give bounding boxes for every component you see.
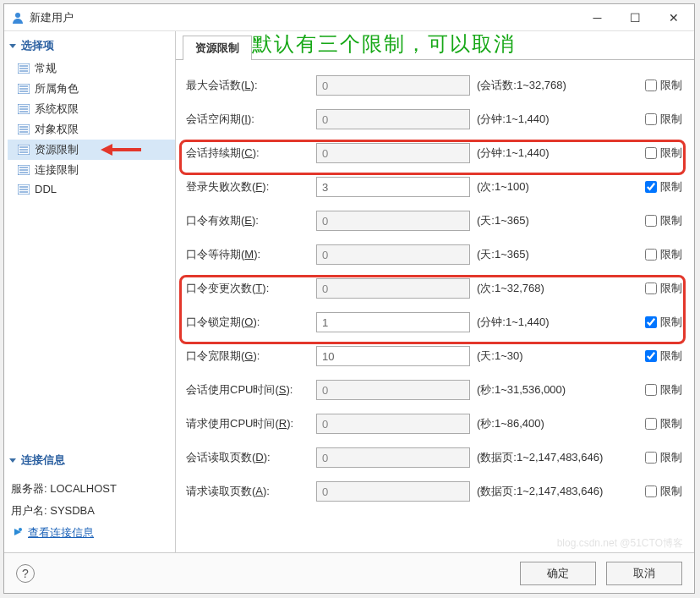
limit-checkbox-label: 限制 — [660, 315, 682, 330]
form-row-3: 登录失败次数(F):(次:1~100)限制 — [183, 170, 687, 204]
field-hint: (天:1~365) — [470, 213, 645, 228]
limit-checkbox-label: 限制 — [660, 484, 682, 499]
limit-checkbox-input[interactable] — [645, 215, 657, 227]
form-row-11: 会话读取页数(D):(数据页:1~2,147,483,646)限制 — [183, 441, 687, 475]
limit-checkbox[interactable]: 限制 — [645, 247, 687, 262]
limit-checkbox-input[interactable] — [645, 113, 657, 125]
field-hint: (数据页:1~2,147,483,646) — [470, 484, 645, 499]
maximize-button[interactable]: ☐ — [616, 5, 654, 30]
list-icon — [18, 104, 30, 114]
limit-checkbox[interactable]: 限制 — [645, 348, 687, 364]
field-input-o[interactable] — [316, 312, 470, 332]
field-label: 口令锁定期(O): — [183, 315, 316, 330]
main-panel: 默认有三个限制，可以取消 资源限制 最大会话数(L):(会话数:1~32,768… — [176, 31, 694, 552]
conn-server: 服务器: LOCALHOST — [11, 478, 168, 500]
limit-checkbox[interactable]: 限制 — [645, 179, 687, 195]
sidebar-select-label: 选择项 — [21, 38, 54, 53]
field-input-d — [316, 447, 470, 468]
limit-checkbox[interactable]: 限制 — [645, 416, 687, 431]
svg-marker-22 — [101, 144, 112, 156]
ok-button[interactable]: 确定 — [520, 562, 596, 585]
cancel-button[interactable]: 取消 — [606, 562, 682, 585]
sidebar-conn-header[interactable]: 连接信息 — [4, 449, 175, 473]
field-input-c — [316, 143, 470, 163]
limit-checkbox-input[interactable] — [645, 452, 657, 464]
limit-checkbox-input[interactable] — [645, 486, 657, 497]
limit-checkbox[interactable]: 限制 — [645, 281, 687, 296]
field-label: 口令等待期(M): — [183, 247, 316, 262]
form-row-9: 会话使用CPU时间(S):(秒:1~31,536,000)限制 — [183, 373, 687, 407]
field-input-r — [316, 414, 470, 434]
field-input-m — [316, 244, 470, 265]
sidebar: 选择项 常规所属角色系统权限对象权限资源限制连接限制DDL 连接信息 服务器: … — [4, 31, 176, 552]
limit-checkbox[interactable]: 限制 — [645, 145, 687, 161]
field-label: 会话空闲期(I): — [183, 112, 316, 127]
field-input-t — [316, 278, 470, 299]
limit-checkbox-input[interactable] — [645, 181, 657, 193]
sidebar-item-4[interactable]: 资源限制 — [8, 140, 175, 160]
conn-info: 服务器: LOCALHOST 用户名: SYSDBA 查看连接信息 — [4, 473, 175, 549]
conn-view-link[interactable]: 查看连接信息 — [11, 522, 168, 544]
limit-checkbox-input[interactable] — [645, 283, 657, 294]
limit-checkbox-input[interactable] — [645, 384, 657, 396]
limit-checkbox[interactable]: 限制 — [645, 213, 687, 228]
footer: ? 确定 取消 — [4, 552, 694, 593]
field-input-f[interactable] — [316, 177, 470, 197]
sidebar-select-header[interactable]: 选择项 — [4, 35, 175, 58]
form-row-10: 请求使用CPU时间(R):(秒:1~86,400)限制 — [183, 407, 687, 441]
field-input-l — [316, 75, 470, 96]
minimize-button[interactable]: ─ — [578, 5, 616, 30]
form-area: 最大会话数(L):(会话数:1~32,768)限制会话空闲期(I):(分钟:1~… — [176, 60, 694, 552]
limit-checkbox-input[interactable] — [645, 249, 657, 261]
svg-point-0 — [15, 13, 20, 18]
form-row-2: 会话持续期(C):(分钟:1~1,440)限制 — [183, 136, 687, 170]
limit-checkbox-label: 限制 — [660, 145, 682, 161]
close-button[interactable]: ✕ — [654, 5, 692, 30]
field-label: 登录失败次数(F): — [183, 179, 316, 195]
field-hint: (数据页:1~2,147,483,646) — [470, 450, 645, 465]
limit-checkbox-input[interactable] — [645, 316, 657, 328]
help-button[interactable]: ? — [16, 564, 35, 583]
sidebar-item-5[interactable]: 连接限制 — [8, 160, 175, 180]
conn-view-link-text: 查看连接信息 — [28, 525, 94, 540]
list-icon — [18, 124, 30, 134]
tab-resource-limit[interactable]: 资源限制 — [183, 36, 252, 60]
field-label: 口令变更次数(T): — [183, 281, 316, 296]
sidebar-item-2[interactable]: 系统权限 — [8, 99, 175, 119]
limit-checkbox[interactable]: 限制 — [645, 78, 687, 93]
collapse-icon — [9, 44, 16, 48]
link-icon — [11, 527, 25, 539]
limit-checkbox-label: 限制 — [660, 281, 682, 296]
sidebar-item-3[interactable]: 对象权限 — [8, 119, 175, 140]
sidebar-item-label: 系统权限 — [35, 101, 79, 117]
limit-checkbox-label: 限制 — [660, 78, 682, 93]
tabbar: 资源限制 — [176, 36, 694, 60]
limit-checkbox-input[interactable] — [645, 80, 657, 91]
form-row-6: 口令变更次数(T):(次:1~32,768)限制 — [183, 272, 687, 305]
field-hint: (次:1~100) — [470, 179, 645, 195]
field-hint: (分钟:1~1,440) — [470, 315, 645, 330]
limit-checkbox[interactable]: 限制 — [645, 112, 687, 127]
field-input-i — [316, 109, 470, 129]
sidebar-item-0[interactable]: 常规 — [8, 58, 175, 79]
field-input-g[interactable] — [316, 346, 470, 366]
limit-checkbox-input[interactable] — [645, 147, 657, 159]
field-hint: (天:1~30) — [470, 348, 645, 364]
limit-checkbox-input[interactable] — [645, 350, 657, 362]
sidebar-item-6[interactable]: DDL — [8, 180, 175, 198]
field-label: 会话读取页数(D): — [183, 450, 316, 465]
form-row-4: 口令有效期(E):(天:1~365)限制 — [183, 204, 687, 238]
form-row-0: 最大会话数(L):(会话数:1~32,768)限制 — [183, 69, 687, 102]
limit-checkbox-input[interactable] — [645, 418, 657, 430]
sidebar-conn-label: 连接信息 — [21, 453, 65, 468]
sidebar-item-1[interactable]: 所属角色 — [8, 79, 175, 99]
svg-point-31 — [19, 528, 22, 531]
limit-checkbox[interactable]: 限制 — [645, 484, 687, 499]
limit-checkbox[interactable]: 限制 — [645, 450, 687, 465]
sidebar-item-label: 资源限制 — [35, 142, 79, 157]
limit-checkbox[interactable]: 限制 — [645, 382, 687, 398]
limit-checkbox-label: 限制 — [660, 213, 682, 228]
limit-checkbox[interactable]: 限制 — [645, 315, 687, 330]
field-label: 最大会话数(L): — [183, 78, 316, 93]
field-hint: (秒:1~86,400) — [470, 416, 645, 431]
